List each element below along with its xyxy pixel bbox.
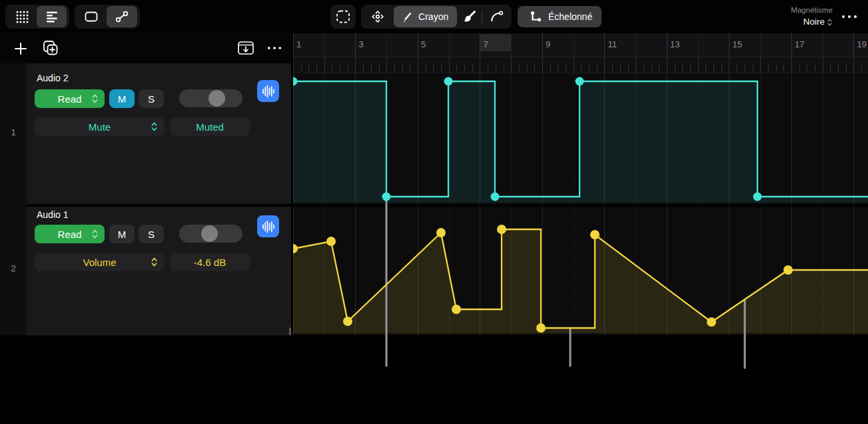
automation-mode-button[interactable]: Read	[35, 225, 105, 243]
tracks-view-button[interactable]	[37, 6, 67, 27]
chevron-up-down-icon	[151, 257, 158, 267]
snap-label: Magnétisme	[766, 5, 833, 15]
ruler-bar-number: 1	[296, 39, 301, 49]
move-tool-button[interactable]	[362, 6, 394, 27]
ruler-bar-number: 3	[359, 39, 364, 49]
pencil-icon	[402, 11, 414, 23]
parameter-value: -4.6 dB	[194, 257, 226, 268]
move-tool-icon	[370, 9, 386, 25]
beat-ruler[interactable]	[293, 57, 868, 73]
region-icon	[83, 9, 99, 25]
track-number: 2	[0, 263, 27, 273]
ruler-bar-number: 19	[857, 39, 867, 49]
fader-knob[interactable]	[209, 90, 225, 107]
parameter-label: Volume	[83, 257, 116, 268]
track-number-strip: 1 2	[0, 63, 27, 335]
automation-mode-label: Read	[58, 229, 82, 240]
brush-icon	[462, 9, 477, 24]
waveform-editor-button[interactable]	[257, 80, 279, 102]
parameter-value: Muted	[196, 121, 224, 133]
panel-resize-handle[interactable]	[289, 327, 291, 335]
mini-fader[interactable]	[179, 225, 242, 243]
duplicate-track-button[interactable]	[40, 38, 60, 58]
automation-value-field[interactable]: -4.6 dB	[170, 253, 250, 271]
waveform-icon	[261, 219, 276, 234]
toolbar-more-button[interactable]	[839, 11, 859, 22]
automation-mode-button[interactable]: Read	[35, 89, 105, 108]
ruler-bar-number: 13	[670, 39, 679, 49]
ruler-bar-number: 7	[484, 39, 488, 49]
parameter-label: Mute	[89, 121, 111, 133]
ruler-bar-number: 15	[733, 39, 742, 49]
view-mode-switcher	[5, 5, 69, 29]
automation-view-button[interactable]	[107, 6, 137, 27]
logic-automation-view: { "toolbar": { "crayon_label": "Crayon",…	[0, 0, 868, 424]
grid-view-button[interactable]	[7, 6, 37, 27]
track-name: Audio 1	[37, 209, 68, 220]
marquee-tool-button[interactable]	[330, 5, 356, 29]
automation-mode-label: Read	[58, 93, 82, 105]
track-header-audio-2[interactable]: Audio 2 Read M S Mute	[27, 63, 291, 204]
chevron-up-down-icon	[91, 229, 99, 239]
edit-mode-switcher	[75, 5, 140, 29]
chevron-up-down-icon	[151, 121, 158, 132]
snap-value: Noire	[803, 17, 825, 28]
tracks-list-icon	[45, 9, 59, 24]
solo-button[interactable]: S	[139, 225, 164, 243]
bar-ruler[interactable]: 135791113151719	[293, 33, 868, 57]
curve-tool-icon	[488, 9, 504, 25]
grid-icon	[15, 9, 29, 24]
automation-value-field[interactable]: Muted	[170, 117, 250, 136]
stepped-mode-label: Échelonné	[548, 11, 592, 22]
top-toolbar: Crayon	[0, 0, 868, 33]
pencil-tool-label: Crayon	[418, 11, 448, 22]
automation-timeline[interactable]: 135791113151719	[293, 33, 868, 335]
tool-switcher: Crayon	[361, 5, 512, 29]
solo-button[interactable]: S	[139, 89, 164, 108]
beat-ticks	[293, 65, 868, 71]
track-list-header	[0, 33, 291, 63]
ruler-bar-number: 9	[546, 39, 550, 49]
marquee-icon	[334, 8, 352, 25]
mute-button-label: M	[118, 229, 127, 240]
ruler-bar-number: 11	[608, 39, 618, 49]
stepped-icon	[530, 10, 543, 23]
track-list-more-button[interactable]	[265, 43, 284, 53]
more-options-icon	[266, 45, 282, 51]
ruler-bar-number: 17	[795, 39, 804, 49]
mute-button-label: M	[118, 93, 127, 105]
fader-knob[interactable]	[201, 225, 218, 242]
mini-fader[interactable]	[179, 89, 242, 107]
snap-setting[interactable]: Magnétisme Noire	[766, 5, 833, 28]
solo-button-label: S	[148, 93, 155, 105]
waveform-editor-button[interactable]	[257, 215, 279, 237]
regions-view-button[interactable]	[76, 6, 107, 27]
track-import-button[interactable]	[236, 40, 255, 56]
snap-chevrons-icon	[827, 18, 833, 27]
track-header-audio-1[interactable]: Audio 1 Read M S Volume	[27, 207, 291, 335]
chevron-up-down-icon	[91, 93, 99, 104]
stepped-mode-button[interactable]: Échelonné	[518, 6, 602, 27]
pencil-tool-button[interactable]: Crayon	[394, 6, 457, 27]
mute-button[interactable]: M	[109, 89, 135, 108]
volume-automation-lane[interactable]	[293, 207, 868, 335]
mute-automation-lane[interactable]	[293, 73, 868, 204]
track-number: 1	[0, 127, 27, 137]
curve-tool-button[interactable]	[482, 6, 510, 27]
track-name: Audio 2	[37, 73, 68, 83]
more-options-icon	[841, 14, 858, 19]
automation-parameter-select[interactable]: Mute	[35, 117, 165, 136]
add-track-button[interactable]	[11, 39, 30, 58]
ruler-bar-number: 5	[421, 39, 426, 49]
automation-icon	[114, 9, 130, 25]
solo-button-label: S	[148, 229, 155, 240]
brush-tool-button[interactable]	[457, 6, 482, 27]
waveform-icon	[261, 84, 276, 99]
automation-parameter-select[interactable]: Volume	[35, 253, 165, 271]
mute-button[interactable]: M	[109, 225, 135, 243]
